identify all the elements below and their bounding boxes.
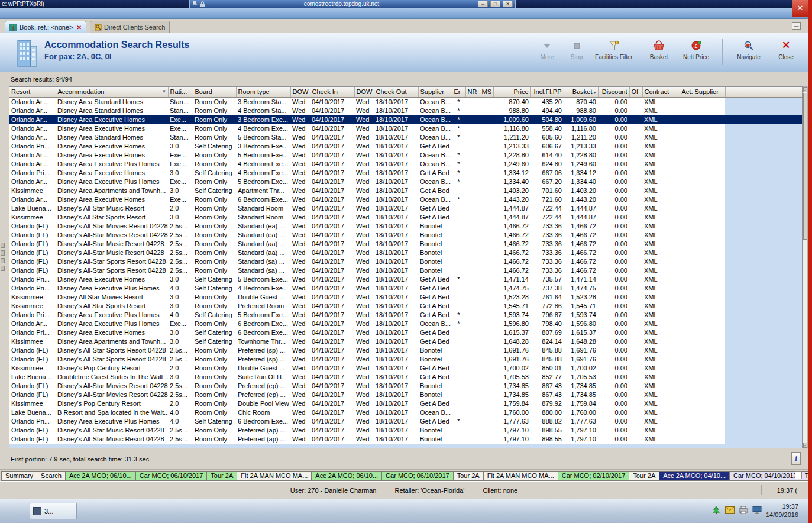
window-close-button[interactable]: ✕	[792, 0, 808, 17]
table-row[interactable]: KissimmeeDisney's Pop Century Resort2.0R…	[9, 364, 802, 373]
column-header-board[interactable]: Board	[193, 87, 236, 97]
column-header-rating[interactable]: Rati...	[168, 87, 193, 97]
column-header-discount[interactable]: Discount	[598, 87, 629, 97]
table-row[interactable]: KissimmeeDisney All Star Movies Resort3.…	[9, 293, 802, 302]
tray-tree-icon[interactable]	[711, 505, 721, 515]
booking-tab[interactable]: Car MCO; 04/10/2017	[730, 471, 801, 481]
column-header-accommodation[interactable]: Accommodation▼	[56, 87, 168, 97]
table-row[interactable]: Orlando (FL)Disney's All-Star Music Reso…	[9, 240, 802, 248]
table-row[interactable]: Orlando (FL)Disney's All-Star Movies Res…	[9, 231, 802, 240]
facilities-filter-button[interactable]: Facilities Filter	[593, 37, 635, 60]
table-row[interactable]: Orlando Ar...Disney Area Executive Homes…	[9, 115, 802, 124]
booking-tab[interactable]: Summary	[1, 471, 37, 481]
table-row[interactable]: Orlando (FL)Disney's All-Star Music Reso…	[9, 435, 802, 444]
table-row[interactable]: Orlando Ar...Disney Area Executive Homes…	[9, 151, 802, 160]
table-row[interactable]: Orlando (FL)Disney's All-Star Movies Res…	[9, 222, 802, 231]
column-header-dow_out[interactable]: DOW	[354, 87, 374, 97]
column-header-check_in[interactable]: Check In	[310, 87, 354, 97]
table-row[interactable]: Orlando (FL)Disney's All-Star Sports Res…	[9, 266, 802, 275]
booking-tab[interactable]: Car MCO; 02/10/2017	[558, 471, 630, 481]
table-row[interactable]: Orlando Ar...Disney Area Standard HomesS…	[9, 106, 802, 115]
rdp-restore-button[interactable]: □	[490, 1, 500, 7]
booking-tab[interactable]: Flt 2A MAN MCO MA...	[237, 471, 312, 481]
dock-handle-icon[interactable]	[1, 258, 5, 263]
booking-tab[interactable]: Search	[37, 471, 66, 481]
tray-printer-icon[interactable]	[739, 506, 748, 514]
column-header-price[interactable]: Price	[493, 87, 530, 97]
column-header-basket[interactable]: Basket▾	[564, 87, 598, 97]
column-header-dow_in[interactable]: DOW	[290, 87, 310, 97]
booking-tab[interactable]: Acc 2A MCO; 04/10...	[659, 471, 730, 481]
table-row[interactable]: KissimmeeDisney Area Apartments and Town…	[9, 337, 802, 346]
table-row[interactable]: Orlando (FL)Disney's All-Star Movies Res…	[9, 390, 802, 399]
booking-tab[interactable]: Car MCO; 06/10/2017	[382, 471, 454, 481]
rdp-minimize-button[interactable]: –	[478, 1, 488, 7]
vertical-scrollbar[interactable]: ▲ ▼	[803, 86, 808, 448]
table-row[interactable]: Orlando Ar...Disney Area Executive Plus …	[9, 177, 802, 186]
table-row[interactable]: Orlando (FL)Disney's All-Star Movies Res…	[9, 382, 802, 390]
table-row[interactable]: Orlando Ar...Disney Area Executive Homes…	[9, 195, 802, 204]
navigate-button[interactable]: Navigate	[727, 37, 770, 60]
booking-tab[interactable]: Acc 2A MCO; 06/10...	[66, 471, 136, 481]
column-header-incl_fl_pp[interactable]: Incl.Fl.PP	[530, 87, 564, 97]
dock-handle-icon[interactable]	[1, 250, 5, 256]
taskbar-clock[interactable]: 19:37 14/09/2016	[766, 502, 798, 519]
scroll-up-icon[interactable]: ▲	[803, 87, 807, 92]
table-row[interactable]: KissimmeeDisney's All Star Sports Resort…	[9, 213, 802, 222]
column-header-ms[interactable]: MS	[480, 87, 493, 97]
table-row[interactable]: Orlando Ar...Disney Area Executive Plus …	[9, 319, 802, 328]
tray-display-icon[interactable]	[752, 506, 762, 514]
nett-price-button[interactable]: £ Nett Price	[675, 37, 717, 60]
column-header-check_out[interactable]: Check Out	[374, 87, 418, 97]
booking-tab[interactable]: Car MCO; 06/10/2017	[136, 471, 208, 481]
column-header-resort[interactable]: Resort	[9, 87, 56, 97]
booking-tab[interactable]: Tour 2A	[629, 471, 659, 481]
close-button[interactable]: ✕ Close	[772, 37, 800, 60]
dock-handle-icon[interactable]	[1, 243, 5, 248]
table-row[interactable]: Orlando Pri...Disney Area Executive Home…	[9, 275, 802, 284]
filter-funnel-icon[interactable]: ▼	[162, 89, 167, 94]
column-header-contract[interactable]: Contract	[642, 87, 680, 97]
dock-handle-icon[interactable]	[1, 266, 5, 271]
table-row[interactable]: Orlando Ar...Disney Area Executive Homes…	[9, 124, 802, 133]
tab-close-icon[interactable]: ✕	[77, 24, 82, 31]
more-button[interactable]: More	[533, 37, 561, 60]
column-header-er[interactable]: Er	[452, 87, 465, 97]
table-row[interactable]: Orlando Ar...Disney Area Standard HomesS…	[9, 133, 802, 142]
tab-direct-clients-search[interactable]: Direct Clients Search	[90, 21, 170, 33]
booking-tab[interactable]: Tour 2A	[454, 471, 484, 481]
stop-button[interactable]: Stop	[563, 37, 590, 60]
table-row[interactable]: Orlando Ar...Disney Area Executive Plus …	[9, 160, 802, 169]
tray-mail-icon[interactable]	[725, 506, 735, 514]
scrollbar-thumb[interactable]	[803, 93, 807, 240]
column-header-nr[interactable]: NR	[465, 87, 480, 97]
table-row[interactable]: Orlando Pri...Disney Area Executive Home…	[9, 328, 802, 337]
tab-booking-ref[interactable]: Book. ref.: <none> ✕	[5, 21, 86, 33]
table-row[interactable]: Orlando (FL)Disney's All-Star Music Reso…	[9, 248, 802, 257]
table-row[interactable]: Orlando (FL)Disney's All-Star Sports Res…	[9, 257, 802, 266]
taskbar-window-button[interactable]: 3...	[30, 503, 77, 519]
tabstrip-minimize-button[interactable]: —	[792, 22, 801, 30]
pin-icon[interactable]	[192, 1, 198, 7]
column-header-of[interactable]: Of	[629, 87, 642, 97]
table-row[interactable]: Lake Buena...Disney's All-Star Music Res…	[9, 204, 802, 213]
table-row[interactable]: Orlando (FL)Disney's All-Star Sports Res…	[9, 346, 802, 355]
table-row[interactable]: Orlando Pri...Disney Area Executive Plus…	[9, 311, 802, 319]
scroll-down-icon[interactable]: ▼	[803, 443, 807, 448]
table-row[interactable]: Orlando Pri...Disney Area Executive Plus…	[9, 284, 802, 293]
booking-strip-scroll-button[interactable]	[795, 471, 802, 479]
info-button[interactable]: i	[791, 452, 801, 465]
column-header-act_supplier[interactable]: Act. Supplier	[680, 87, 725, 97]
table-row[interactable]: Orlando Ar...Disney Area Standard HomesS…	[9, 97, 802, 106]
table-row[interactable]: Lake Buena...Doubletree Guest Suites In …	[9, 373, 802, 382]
booking-tab[interactable]: Flt 2A MAN MCO MA...	[484, 471, 558, 481]
table-row[interactable]: Lake Buena...B Resort and Spa located in…	[9, 408, 802, 417]
basket-button[interactable]: Basket	[645, 37, 672, 60]
table-row[interactable]: Orlando (FL)Disney's All-Star Music Reso…	[9, 426, 802, 435]
rdp-close-button[interactable]: ✕	[503, 1, 513, 7]
table-row[interactable]: KissimmeeDisney's Pop Century Resort2.0R…	[9, 399, 802, 408]
table-row[interactable]: Orlando Pri...Disney Area Executive Home…	[9, 169, 802, 177]
table-row[interactable]: Orlando Pri...Disney Area Executive Home…	[9, 142, 802, 151]
table-row[interactable]: KissimmeeDisney Area Apartments and Town…	[9, 186, 802, 195]
table-row[interactable]: Orlando (FL)Disney's All-Star Sports Res…	[9, 355, 802, 364]
